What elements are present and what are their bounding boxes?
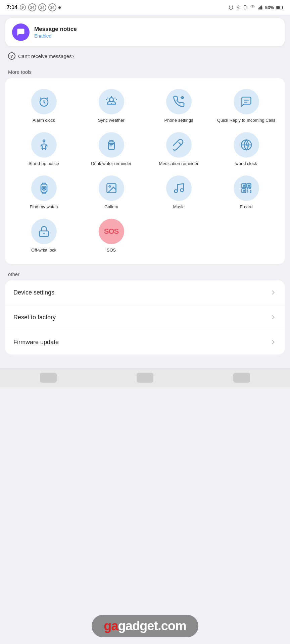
world-clock-icon — [240, 139, 252, 151]
vibrate-icon — [242, 5, 248, 10]
standup-circle — [31, 132, 57, 158]
svg-rect-7 — [262, 7, 263, 9]
watermark-text: gagadget.com — [104, 619, 186, 633]
find-watch-label: Find my watch — [30, 204, 58, 210]
message-notif-icon — [19, 4, 26, 11]
battery-percent: 53% — [265, 5, 274, 10]
svg-point-17 — [43, 187, 45, 189]
home-button[interactable] — [137, 373, 153, 383]
alarm-clock-label: Alarm clock — [33, 118, 55, 123]
message-icon — [16, 28, 26, 37]
cant-receive-text: Can't receive messages? — [18, 53, 75, 59]
tool-quick-reply[interactable]: Quick Reply to Incoming Calls — [213, 86, 279, 126]
drink-water-icon — [105, 139, 117, 151]
help-icon: ? — [8, 52, 15, 60]
svg-point-20 — [174, 190, 177, 193]
notification-icon — [12, 23, 30, 41]
tool-standup[interactable]: Stand-up notice — [11, 129, 77, 169]
tool-sos[interactable]: SOS SOS — [78, 216, 144, 256]
svg-rect-27 — [243, 190, 245, 192]
watermark: gagadget.com — [0, 611, 290, 644]
sos-circle: SOS — [99, 219, 124, 244]
status-time: 7:14 — [7, 4, 17, 10]
ecard-icon — [240, 182, 252, 194]
cant-receive-row[interactable]: ? Can't receive messages? — [0, 46, 290, 63]
off-wrist-icon — [38, 225, 50, 237]
sync-weather-label: Sync weather — [98, 118, 125, 123]
badge-24-2: 24 — [38, 3, 46, 11]
gallery-circle — [99, 175, 124, 201]
wm-a1: a — [111, 619, 118, 633]
tool-ecard[interactable]: E-card — [213, 173, 279, 213]
svg-rect-26 — [248, 184, 250, 186]
tools-grid: Alarm clock Sync weather Phone settin — [11, 86, 279, 256]
svg-point-19 — [109, 185, 110, 187]
sync-weather-icon — [105, 96, 117, 108]
wm-g1: g — [104, 619, 111, 633]
svg-rect-9 — [276, 6, 280, 9]
svg-rect-2 — [244, 6, 246, 9]
ecard-circle — [234, 175, 259, 201]
quick-reply-icon — [240, 96, 252, 108]
status-bar: 7:14 24 24 24 — [0, 0, 290, 15]
quick-reply-label: Quick Reply to Incoming Calls — [217, 118, 275, 123]
tool-alarm-clock[interactable]: Alarm clock — [11, 86, 77, 126]
world-clock-label: world clock — [235, 161, 257, 167]
tool-medication[interactable]: Medication reminder — [146, 129, 212, 169]
svg-point-29 — [43, 232, 45, 234]
svg-rect-3 — [258, 8, 258, 10]
status-right: 53% — [228, 5, 283, 10]
tool-off-wrist[interactable]: Off-wrist lock — [11, 216, 77, 256]
gallery-icon — [105, 182, 117, 194]
find-watch-icon — [38, 182, 50, 194]
tool-drink-water[interactable]: Drink water reminder — [78, 129, 144, 169]
drink-water-label: Drink water reminder — [91, 161, 132, 167]
phone-settings-icon — [173, 96, 185, 108]
tools-card: Alarm clock Sync weather Phone settin — [5, 78, 285, 264]
device-settings-item[interactable]: Device settings — [5, 280, 285, 305]
tool-find-watch[interactable]: Find my watch — [11, 173, 77, 213]
other-section-label: other — [0, 264, 290, 280]
battery-icon — [276, 5, 283, 10]
alarm-status-icon — [228, 5, 234, 10]
reset-factory-item[interactable]: Reset to factory — [5, 305, 285, 330]
device-settings-chevron — [270, 289, 277, 296]
medication-circle — [166, 132, 192, 158]
gallery-label: Gallery — [104, 204, 118, 210]
more-tools-label: More tools — [0, 63, 290, 78]
tool-music[interactable]: Music — [146, 173, 212, 213]
svg-rect-5 — [260, 6, 260, 10]
wifi-icon — [250, 5, 256, 10]
find-watch-circle — [31, 175, 57, 201]
svg-point-21 — [180, 189, 183, 192]
firmware-update-chevron — [270, 339, 277, 345]
dot-separator — [58, 6, 61, 9]
svg-point-12 — [43, 140, 45, 142]
firmware-update-item[interactable]: Firmware update — [5, 330, 285, 355]
recents-button[interactable] — [233, 373, 250, 383]
badge-24-3: 24 — [48, 3, 56, 11]
notification-status: Enabled — [34, 33, 278, 39]
reset-factory-label: Reset to factory — [13, 314, 56, 321]
standup-label: Stand-up notice — [29, 161, 59, 167]
medication-label: Medication reminder — [159, 161, 199, 167]
tool-sync-weather[interactable]: Sync weather — [78, 86, 144, 126]
notification-title: Message notice — [34, 26, 278, 33]
svg-point-11 — [109, 98, 113, 102]
svg-rect-4 — [259, 7, 259, 9]
back-button[interactable] — [40, 373, 57, 383]
reset-factory-chevron — [270, 314, 277, 321]
off-wrist-label: Off-wrist lock — [31, 248, 56, 253]
bluetooth-icon — [236, 5, 240, 10]
alarm-clock-circle — [31, 89, 57, 114]
device-settings-label: Device settings — [13, 289, 54, 296]
status-left: 7:14 24 24 24 — [7, 3, 61, 11]
music-label: Music — [173, 204, 185, 210]
signal-icon — [258, 5, 263, 10]
standup-icon — [38, 139, 50, 151]
tool-phone-settings[interactable]: Phone settings — [146, 86, 212, 126]
music-icon — [173, 182, 185, 194]
tool-gallery[interactable]: Gallery — [78, 173, 144, 213]
tool-world-clock[interactable]: world clock — [213, 129, 279, 169]
badge-24-1: 24 — [28, 3, 36, 11]
